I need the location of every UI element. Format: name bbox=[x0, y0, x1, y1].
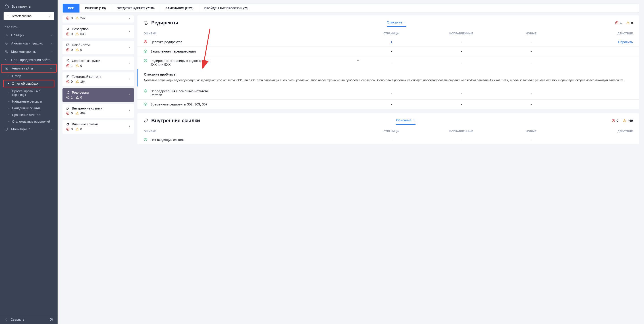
svg-point-21 bbox=[144, 90, 147, 92]
category-card-redirects[interactable]: Редиректы 1 0 bbox=[62, 88, 134, 102]
chart-icon bbox=[4, 33, 8, 37]
check-circle-icon bbox=[144, 89, 147, 93]
warning-icon bbox=[76, 32, 79, 36]
chevron-right-icon bbox=[128, 109, 131, 112]
warning-icon bbox=[623, 119, 626, 122]
collapse-sidebar[interactable]: Свернуть bbox=[4, 318, 24, 321]
category-card-external-links[interactable]: Внешние ссылки 0 0 bbox=[62, 120, 134, 134]
error-icon bbox=[66, 111, 70, 115]
tab-passed[interactable]: ПРОЙДЕННЫЕ ПРОВЕРКИ (76) bbox=[199, 4, 254, 13]
refresh-icon bbox=[66, 91, 70, 94]
monitor-icon bbox=[4, 127, 8, 131]
chevron-right-icon bbox=[128, 125, 131, 128]
chevron-right-icon bbox=[128, 17, 131, 20]
refresh-icon bbox=[144, 21, 148, 25]
warning-icon bbox=[76, 111, 79, 115]
error-icon bbox=[66, 96, 70, 99]
panel-title: Внутренние ссылки bbox=[151, 118, 200, 124]
project-name: Jetsetchristina bbox=[12, 14, 32, 18]
svg-point-19 bbox=[144, 50, 147, 53]
check-square-icon bbox=[66, 43, 70, 47]
nav-monitoring[interactable]: Мониторинг bbox=[0, 125, 58, 133]
tab-errors[interactable]: ОШИБКИ (119) bbox=[80, 4, 111, 13]
sub-found-resources[interactable]: Найденные ресурсы bbox=[0, 98, 58, 105]
sliders-icon bbox=[6, 14, 10, 18]
chevron-up-icon bbox=[49, 67, 52, 70]
help-icon[interactable] bbox=[50, 318, 53, 321]
table-row[interactable]: Зацикленная переадресация - - - bbox=[138, 47, 639, 56]
error-icon bbox=[66, 16, 70, 20]
table-row[interactable]: Переадресация с помощью метатега Refresh… bbox=[138, 86, 639, 99]
panel-internal-links: Внутренние ссылки Описание 0 469 bbox=[138, 113, 639, 144]
nav-analytics[interactable]: Аналитика и трафик bbox=[0, 39, 58, 47]
svg-rect-8 bbox=[67, 44, 69, 46]
error-icon bbox=[66, 48, 70, 52]
error-icon bbox=[144, 40, 147, 44]
category-card[interactable]: 0 242 bbox=[62, 16, 134, 23]
svg-rect-2 bbox=[6, 67, 8, 70]
svg-point-20 bbox=[144, 59, 147, 62]
category-card-text[interactable]: Текстовый контент 0 164 bbox=[62, 72, 134, 86]
sub-crawled-pages[interactable]: Просканированные страницы bbox=[0, 88, 58, 98]
sub-error-report[interactable]: Отчет об ошибках bbox=[3, 80, 54, 87]
sub-track-changes[interactable]: Отслеживание изменений bbox=[0, 118, 58, 125]
underline-icon bbox=[66, 27, 70, 31]
svg-point-22 bbox=[144, 103, 147, 105]
check-circle-icon bbox=[144, 59, 147, 62]
error-icon bbox=[615, 21, 618, 25]
search-page-icon bbox=[5, 67, 9, 70]
svg-point-24 bbox=[144, 138, 147, 141]
description-toggle[interactable]: Описание bbox=[396, 118, 416, 123]
svg-point-1 bbox=[6, 51, 7, 51]
table-row[interactable]: Временные редиректы 302, 303, 307 - - - bbox=[138, 99, 639, 109]
chevron-right-icon bbox=[128, 61, 131, 65]
tab-all[interactable]: ВСЕ bbox=[63, 4, 80, 13]
table-row[interactable]: Редирект на страницы с кодом ответа 4XX … bbox=[138, 56, 639, 69]
error-icon bbox=[66, 32, 70, 36]
description-toggle[interactable]: Описание bbox=[387, 20, 406, 26]
category-card-speed[interactable]: Скорость загрузки 1 0 bbox=[62, 57, 134, 70]
check-circle-icon bbox=[144, 102, 147, 106]
category-card-description[interactable]: Description 0 633 bbox=[62, 25, 134, 38]
table-header: ОШИБКИ СТРАНИЦЫ ИСПРАВЛЕННЫЕ НОВЫЕ ДЕЙСТ… bbox=[138, 29, 639, 37]
home-icon bbox=[4, 4, 9, 9]
tab-warnings[interactable]: ПРЕДУПРЕЖДЕНИЯ (7596) bbox=[111, 4, 160, 13]
table-row[interactable]: Нет входящих ссылок - - - bbox=[138, 135, 639, 144]
chevron-right-icon bbox=[128, 30, 131, 33]
warning-icon bbox=[76, 96, 79, 99]
nav-positions[interactable]: Позиции bbox=[0, 31, 58, 39]
nav-site-audit[interactable]: Анализ сайта bbox=[1, 64, 57, 73]
warning-icon bbox=[76, 48, 79, 52]
warning-icon bbox=[76, 64, 79, 68]
nav-promotion-plan[interactable]: План продвижения сайта bbox=[0, 56, 58, 64]
check-circle-icon bbox=[144, 138, 147, 141]
category-card-internal-links[interactable]: Внутренние ссылки 0 469 bbox=[62, 104, 134, 118]
svg-rect-4 bbox=[5, 128, 8, 130]
sub-compare-reports[interactable]: Сравнение отчетов bbox=[0, 111, 58, 118]
category-list: 0 242 Description 0 633 Юзабилити bbox=[62, 16, 134, 319]
chevron-down-icon bbox=[50, 50, 53, 53]
category-card-usability[interactable]: Юзабилити 0 0 bbox=[62, 41, 134, 54]
sidebar: Все проекты Jetsetchristina ПРОЕКТЫ Пози… bbox=[0, 0, 58, 324]
all-projects-label: Все проекты bbox=[12, 5, 31, 8]
chevron-down-icon bbox=[404, 21, 406, 24]
users-icon bbox=[4, 50, 8, 53]
link-icon bbox=[66, 107, 70, 110]
chevron-up-icon[interactable] bbox=[356, 59, 360, 62]
pages-link[interactable]: 1 bbox=[360, 40, 423, 44]
chevron-down-icon bbox=[48, 15, 51, 18]
all-projects-link[interactable]: Все проекты bbox=[4, 3, 54, 12]
chevron-right-icon bbox=[128, 93, 131, 96]
panel-redirects: Редиректы Описание 1 0 bbox=[138, 16, 639, 109]
sub-found-links[interactable]: Найденные ссылки bbox=[0, 105, 58, 111]
external-link-icon bbox=[66, 122, 70, 126]
tab-notes[interactable]: ЗАМЕЧАНИЯ (2526) bbox=[160, 4, 199, 13]
sub-overview[interactable]: Обзор bbox=[0, 73, 58, 79]
reset-link[interactable]: Сбросить bbox=[563, 40, 633, 44]
table-row[interactable]: Цепочка редиректов 1 - - Сбросить bbox=[138, 37, 639, 47]
project-selector[interactable]: Jetsetchristina bbox=[4, 12, 54, 20]
nav-competitors[interactable]: Мои конкуренты bbox=[0, 47, 58, 56]
chevron-down-icon bbox=[4, 58, 8, 62]
error-icon bbox=[66, 64, 70, 68]
error-icon bbox=[66, 127, 70, 131]
